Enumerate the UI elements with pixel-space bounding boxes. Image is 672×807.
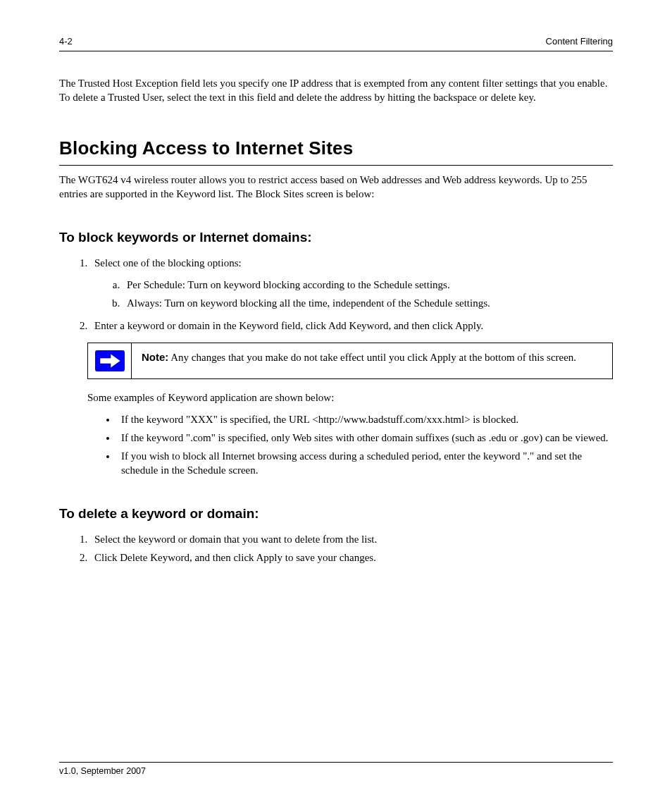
- note-text-cell: Note: Any changes that you make do not t…: [132, 343, 612, 378]
- delete-steps-list: Select the keyword or domain that you wa…: [59, 532, 613, 565]
- section-title-rule: [59, 165, 613, 166]
- arrow-right-icon: [95, 350, 125, 371]
- note-text: Any changes that you make do not take ef…: [170, 352, 576, 363]
- delete-step-2: Click Delete Keyword, and then click App…: [90, 550, 613, 565]
- block-options-list: Per Schedule: Turn on keyword blocking a…: [94, 278, 613, 311]
- block-step-1-text: Select one of the blocking options:: [94, 257, 242, 269]
- header-rule: [59, 51, 613, 51]
- block-step-2: Enter a keyword or domain in the Keyword…: [90, 319, 613, 333]
- block-option-b: Always: Turn on keyword blocking all the…: [123, 296, 613, 310]
- section-title: Blocking Access to Internet Sites: [59, 136, 613, 161]
- keyword-examples-list: If the keyword "XXX" is specified, the U…: [87, 412, 613, 478]
- keyword-example-2: If the keyword ".com" is specified, only…: [117, 431, 613, 445]
- note-box: Note: Any changes that you make do not t…: [87, 343, 613, 379]
- running-header: 4-2 Content Filtering: [59, 35, 613, 51]
- block-steps-list: Select one of the blocking options: Per …: [59, 256, 613, 333]
- footer-line: v1.0, September 2007: [59, 765, 613, 777]
- section-lead: The WGT624 v4 wireless router allows you…: [59, 173, 613, 202]
- note-icon-cell: [88, 343, 132, 378]
- entries-lead: Some examples of Keyword application are…: [87, 390, 613, 405]
- running-header-title: Content Filtering: [546, 35, 613, 48]
- note-label: Note:: [142, 351, 168, 363]
- block-step-1: Select one of the blocking options: Per …: [90, 256, 613, 310]
- footer-rule: [59, 762, 613, 763]
- to-block-heading: To block keywords or Internet domains:: [59, 228, 613, 247]
- page: 4-2 Content Filtering The Trusted Host E…: [0, 0, 672, 807]
- delete-step-1: Select the keyword or domain that you wa…: [90, 532, 613, 546]
- block-option-a: Per Schedule: Turn on keyword blocking a…: [123, 278, 613, 292]
- footer-left: v1.0, September 2007: [59, 765, 146, 777]
- page-footer: v1.0, September 2007: [59, 762, 613, 777]
- page-number: 4-2: [59, 35, 73, 48]
- keyword-example-3: If you wish to block all Internet browsi…: [117, 449, 613, 478]
- to-delete-heading: To delete a keyword or domain:: [59, 505, 613, 523]
- note-paragraph: Note: Any changes that you make do not t…: [142, 350, 602, 364]
- intro-paragraph: The Trusted Host Exception field lets yo…: [59, 76, 613, 105]
- keyword-example-1: If the keyword "XXX" is specified, the U…: [117, 412, 613, 426]
